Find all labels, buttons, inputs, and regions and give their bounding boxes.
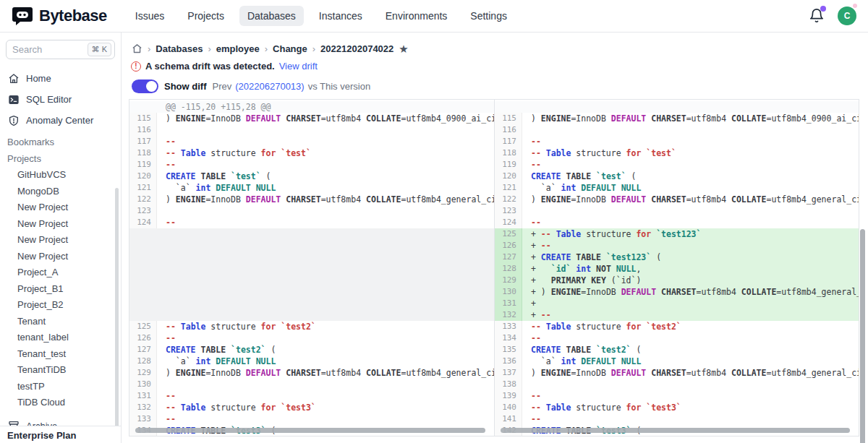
sidebar-item-home[interactable]: Home: [0, 68, 121, 89]
line-number: [129, 298, 157, 309]
code-line: CREATE TABLE `test2` (: [522, 344, 859, 356]
breadcrumb-separator: ›: [148, 43, 150, 54]
sidebar-project-item[interactable]: New Project: [0, 199, 121, 216]
code-line: [157, 275, 494, 286]
line-number: 115: [495, 113, 522, 124]
diff-row: 138: [495, 379, 859, 390]
diff-row: 117--: [129, 136, 494, 147]
plan-label[interactable]: Enterprise Plan: [0, 426, 121, 443]
sidebar-item-label: Home: [26, 73, 51, 84]
horizontal-scrollbar[interactable]: [501, 428, 850, 433]
sidebar-project-item[interactable]: tenant_label: [0, 330, 121, 346]
sidebar-project-item[interactable]: New Project: [0, 216, 121, 233]
brand[interactable]: Bytebase: [12, 5, 107, 27]
code-line: --: [522, 390, 859, 402]
nav-item-instances[interactable]: Instances: [311, 6, 370, 26]
sidebar-project-item[interactable]: Project_B2: [0, 297, 121, 314]
diff-row: 116: [495, 124, 859, 136]
sidebar-project-item[interactable]: MongoDB: [0, 184, 121, 200]
nav-item-projects[interactable]: Projects: [179, 6, 232, 26]
line-number: 132: [495, 309, 522, 321]
diff-row: 120CREATE TABLE `test` (: [129, 171, 494, 182]
sidebar-project-item[interactable]: Project_A: [0, 264, 121, 281]
line-number: 121: [495, 182, 522, 194]
diff-row: [129, 309, 494, 321]
diff-row: 122) ENGINE=InnoDB DEFAULT CHARSET=utf8m…: [495, 194, 859, 205]
code-line: -- Table structure for `test3`: [157, 402, 494, 413]
code-line: [522, 379, 859, 390]
search-input[interactable]: [12, 44, 79, 55]
sidebar-project-item[interactable]: testTP: [0, 379, 121, 395]
breadcrumb-home-icon[interactable]: [132, 43, 142, 54]
code-line: --: [157, 332, 494, 344]
sidebar-project-item[interactable]: Tenant: [0, 314, 121, 330]
diff-panel: @@ -115,20 +115,28 @@115) ENGINE=InnoDB …: [129, 99, 859, 436]
search-box[interactable]: ⌘ K: [6, 40, 115, 59]
code-line: [522, 101, 859, 113]
nav-links: IssuesProjectsDatabasesInstancesEnvironm…: [127, 6, 515, 26]
horizontal-scrollbar[interactable]: [135, 428, 485, 433]
bookmark-star-icon[interactable]: ★: [399, 44, 408, 53]
diff-row: 127+ CREATE TABLE `test123` (: [495, 251, 859, 263]
sidebar-project-item[interactable]: GitHubVCS: [0, 167, 121, 184]
line-number: 126: [129, 332, 157, 344]
vertical-scrollbar[interactable]: [860, 229, 865, 443]
nav-item-settings[interactable]: Settings: [462, 6, 515, 26]
breadcrumb-item-change[interactable]: Change: [273, 43, 307, 54]
nav-item-environments[interactable]: Environments: [378, 6, 456, 26]
code-line: [157, 263, 494, 275]
code-line: `a` int DEFAULT NULL: [522, 182, 859, 194]
show-diff-toggle[interactable]: [132, 79, 158, 93]
code-line: --: [522, 332, 859, 344]
breadcrumb-item-databases[interactable]: Databases: [156, 43, 203, 54]
prev-version-link[interactable]: (202206270013): [235, 81, 304, 92]
sidebar-project-item[interactable]: TenantTiDB: [0, 362, 121, 379]
diff-row: 115) ENGINE=InnoDB DEFAULT CHARSET=utf8m…: [495, 113, 859, 124]
nav-item-issues[interactable]: Issues: [127, 6, 172, 26]
diff-row: 130+ ) ENGINE=InnoDB DEFAULT CHARSET=utf…: [495, 286, 859, 298]
diff-row: 124--: [495, 217, 859, 228]
diff-row: 121 `a` int DEFAULT NULL: [495, 182, 859, 194]
code-line: -- Table structure for `test2`: [522, 321, 859, 332]
diff-row: 133-- Table structure for `test2`: [495, 321, 859, 332]
code-line: ) ENGINE=InnoDB DEFAULT CHARSET=utf8mb4 …: [157, 194, 494, 205]
sidebar-project-item[interactable]: Tenant_test: [0, 346, 121, 363]
diff-row: [129, 275, 494, 286]
line-number: [129, 251, 157, 263]
diff-row: 133--: [129, 413, 494, 425]
avatar-letter: C: [844, 11, 851, 21]
code-line: ) ENGINE=InnoDB DEFAULT CHARSET=utf8mb4 …: [157, 367, 494, 379]
code-line: `a` int DEFAULT NULL: [157, 356, 494, 367]
code-line: -- Table structure for `test`: [157, 147, 494, 159]
sidebar-project-item[interactable]: Project_B1: [0, 281, 121, 298]
sidebar-project-item[interactable]: New Project: [0, 249, 121, 265]
line-number: 120: [495, 171, 522, 182]
show-diff-label: Show diff: [164, 81, 207, 92]
diff-row: 115) ENGINE=InnoDB DEFAULT CHARSET=utf8m…: [129, 113, 494, 124]
sidebar-scrollbar[interactable]: [115, 188, 119, 434]
sidebar-project-item[interactable]: TiDB Cloud: [0, 395, 121, 411]
line-number: 119: [495, 159, 522, 171]
nav-item-databases[interactable]: Databases: [239, 6, 304, 26]
diff-row: 116: [129, 124, 494, 136]
diff-row: 132+ --: [495, 309, 859, 321]
code-line: [157, 124, 494, 136]
line-number: 117: [129, 136, 157, 147]
code-line: ) ENGINE=InnoDB DEFAULT CHARSET=utf8mb4 …: [522, 367, 859, 379]
sidebar-item-anomaly-center[interactable]: Anomaly Center: [0, 110, 121, 131]
line-number: [129, 309, 157, 321]
top-navbar: Bytebase IssuesProjectsDatabasesInstance…: [0, 0, 868, 33]
notification-bell-icon[interactable]: [809, 8, 825, 24]
code-line: [522, 205, 859, 217]
avatar[interactable]: C: [838, 7, 856, 25]
breadcrumb: › Databases › employee › Change › 202212…: [122, 33, 868, 54]
home-icon: [7, 72, 20, 85]
line-number: 137: [495, 367, 522, 379]
line-number: 120: [129, 171, 157, 182]
breadcrumb-item-employee[interactable]: employee: [216, 43, 260, 54]
code-line: -- Table structure for `test`: [522, 147, 859, 159]
code-line: @@ -115,20 +115,28 @@: [157, 101, 494, 113]
sidebar-project-item[interactable]: New Project: [0, 232, 121, 249]
view-drift-link[interactable]: View drift: [279, 61, 318, 72]
sidebar-item-sql-editor[interactable]: SQL Editor: [0, 89, 121, 110]
